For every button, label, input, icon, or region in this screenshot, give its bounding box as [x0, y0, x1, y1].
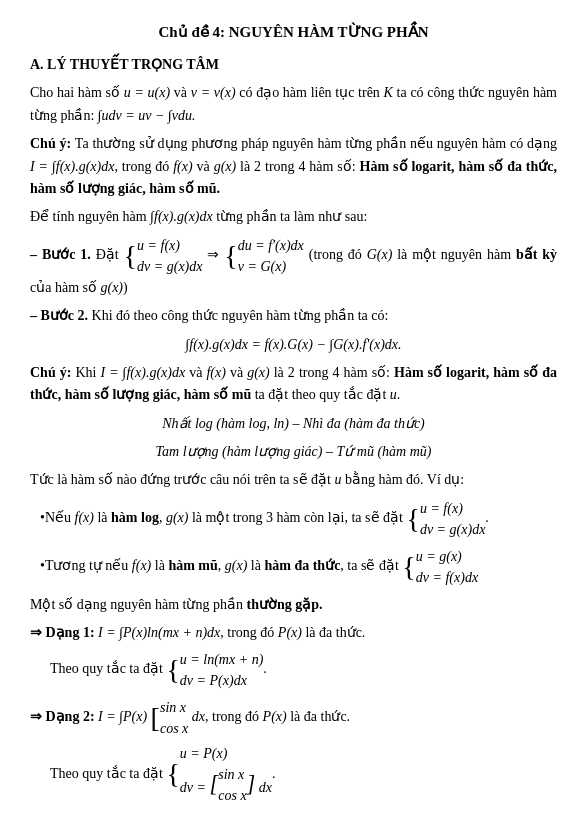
intro-paragraph: Cho hai hàm số u = u(x) và v = v(x) có đ…	[30, 82, 557, 127]
bullet1-cases: { u = f(x) dv = g(x)dx	[406, 498, 485, 540]
common-label: Một số dạng nguyên hàm từng phần thường …	[30, 594, 557, 616]
rule-line2: Tam lượng (hàm lượng giác) – Tứ mũ (hàm …	[30, 441, 557, 463]
note1-paragraph: Chú ý: Ta thường sử dụng phương pháp ngu…	[30, 133, 557, 200]
step-intro: Để tính nguyên hàm ∫f(x).g(x)dx từng phầ…	[30, 206, 557, 228]
dang2-cases: { u = P(x) dv = [ sin x cos x ] dx	[166, 743, 272, 806]
dang2-label: ⇒ Dạng 2: I = ∫P(x) [ sin x cos x dx, tr…	[30, 697, 557, 739]
section-header-a: A. LÝ THUYẾT TRỌNG TÂM	[30, 54, 557, 76]
dang2-rule: Theo quy tắc ta đặt { u = P(x) dv = [ si…	[50, 743, 557, 806]
step1-cases2: { du = f'(x)dx v = G(x)	[224, 235, 304, 277]
step2-container: – Bước 2. Khi đó theo công thức nguyên h…	[30, 305, 557, 327]
dang1-cases: { u = ln(mx + n) dv = P(x)dx	[166, 649, 263, 691]
step2-formula: ∫f(x).g(x)dx = f(x).G(x) − ∫G(x).f'(x)dx…	[30, 334, 557, 356]
page-title: Chủ đề 4: NGUYÊN HÀM TỪNG PHẦN	[30, 20, 557, 44]
rule-note: Tức là hàm số nào đứng trước câu nói trê…	[30, 469, 557, 491]
rule-line1: Nhất log (hàm log, ln) – Nhì đa (hàm đa …	[30, 413, 557, 435]
step1-container: – Bước 1. Đặt { u = f(x) dv = g(x)dx ⇒ {…	[30, 235, 557, 299]
step1-cases1: { u = f(x) dv = g(x)dx	[124, 235, 203, 277]
bullet2: •Tương tự nếu f(x) là hàm mũ, g(x) là hà…	[40, 546, 557, 588]
bullet2-cases: { u = g(x) dv = f(x)dx	[402, 546, 478, 588]
dang1-label: ⇒ Dạng 1: I = ∫P(x)ln(mx + n)dx, trong đ…	[30, 622, 557, 644]
dang2-sincos: [ sin x cos x	[151, 697, 189, 739]
note2-paragraph: Chú ý: Khi I = ∫f(x).g(x)dx và f(x) và g…	[30, 362, 557, 407]
dang1-rule: Theo quy tắc ta đặt { u = ln(mx + n) dv …	[50, 649, 557, 691]
bullet1: •Nếu f(x) là hàm log, g(x) là một trong …	[40, 498, 557, 540]
